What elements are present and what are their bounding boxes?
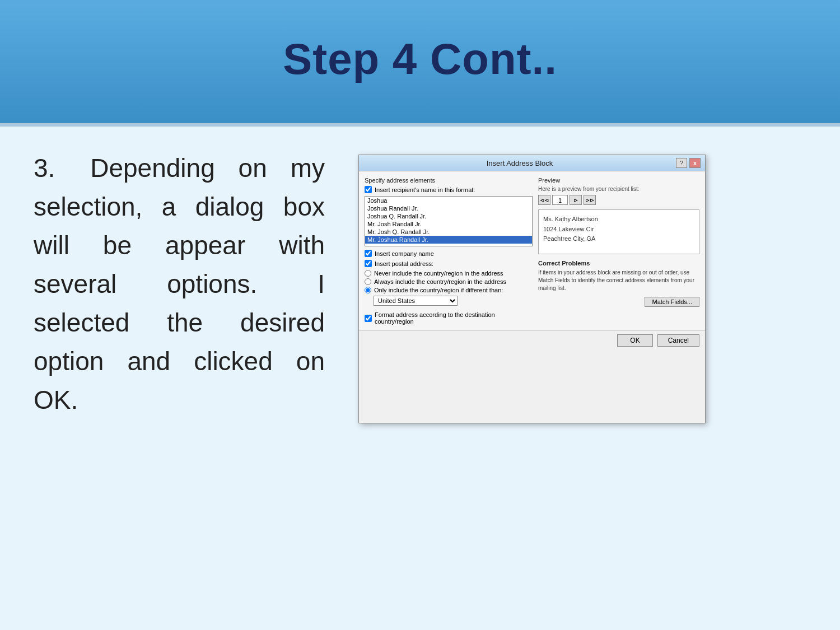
- list-item[interactable]: Joshua Randall Jr.: [365, 204, 532, 212]
- list-item[interactable]: Joshua Q. Randall Jr.: [365, 212, 532, 220]
- radio-always-input[interactable]: [365, 278, 371, 285]
- format-label: Format address according to the destinat…: [375, 311, 533, 325]
- header-band: Step 4 Cont..: [0, 0, 840, 123]
- nav-next-button[interactable]: ⊳: [570, 195, 582, 205]
- preview-sublabel: Here is a preview from your recipient li…: [538, 186, 699, 192]
- radio-always-label: Always include the country/region in the…: [374, 278, 506, 285]
- help-button[interactable]: ?: [676, 158, 687, 168]
- format-checkbox-row[interactable]: Format address according to the destinat…: [365, 311, 533, 325]
- insert-name-checkbox-row[interactable]: Insert recipient's name in this format:: [365, 186, 533, 193]
- insert-company-label: Insert company name: [375, 250, 434, 257]
- ok-button[interactable]: OK: [617, 334, 652, 347]
- insert-postal-checkbox[interactable]: [365, 260, 372, 267]
- correct-problems-label: Correct Problems: [538, 260, 699, 267]
- correct-problems-text: If items in your address block are missi…: [538, 269, 699, 292]
- preview-label: Preview: [538, 177, 699, 184]
- radio-only[interactable]: Only include the country/region if diffe…: [365, 287, 533, 293]
- format-checkbox[interactable]: [365, 315, 372, 322]
- dialog-right-panel: Preview Here is a preview from your reci…: [538, 177, 699, 325]
- nav-number: 1: [552, 195, 568, 205]
- dialog-titlebar: Insert Address Block ? x: [359, 155, 705, 171]
- main-content: 3. Depending on my selection, a dialog b…: [0, 127, 840, 630]
- left-text-block: 3. Depending on my selection, a dialog b…: [34, 149, 325, 608]
- list-item[interactable]: Mr. Josh Q. Randall Jr.: [365, 228, 532, 236]
- radio-always[interactable]: Always include the country/region in the…: [365, 278, 533, 285]
- cancel-button[interactable]: Cancel: [657, 334, 699, 347]
- radio-never[interactable]: Never include the country/region in the …: [365, 270, 533, 277]
- insert-address-block-dialog: Insert Address Block ? x Specify address…: [358, 155, 706, 423]
- list-item-selected[interactable]: Mr. Joshua Randall Jr.: [365, 236, 532, 244]
- insert-company-checkbox[interactable]: [365, 250, 372, 257]
- list-item[interactable]: Mr. Josh Randall Jr.: [365, 220, 532, 228]
- page-title: Step 4 Cont..: [283, 34, 557, 85]
- dialog-title-buttons[interactable]: ? x: [676, 158, 701, 168]
- match-fields-button[interactable]: Match Fields...: [645, 297, 699, 307]
- list-item[interactable]: Joshua: [365, 197, 532, 204]
- dialog-title-text: Insert Address Block: [363, 159, 676, 167]
- name-format-listbox[interactable]: Joshua Joshua Randall Jr. Joshua Q. Rand…: [365, 196, 533, 246]
- radio-only-label: Only include the country/region if diffe…: [374, 287, 503, 293]
- country-select[interactable]: United States: [374, 296, 458, 306]
- insert-name-checkbox[interactable]: [365, 186, 372, 193]
- step-number: 3.: [34, 153, 55, 183]
- dialog-wrapper: Insert Address Block ? x Specify address…: [358, 149, 806, 608]
- radio-only-input[interactable]: [365, 287, 371, 293]
- preview-line-2: 1024 Lakeview Cir: [543, 225, 694, 235]
- specify-address-label: Specify address elements: [365, 177, 533, 184]
- preview-line-1: Ms. Kathy Albertson: [543, 214, 694, 225]
- nav-first-button[interactable]: ⊲⊲: [538, 195, 550, 205]
- close-button[interactable]: x: [689, 158, 701, 168]
- preview-line-3: Peachtree City, GA: [543, 234, 694, 244]
- nav-last-button[interactable]: ⊳⊳: [584, 195, 596, 205]
- dialog-left-panel: Specify address elements Insert recipien…: [365, 177, 533, 325]
- country-radio-group: Never include the country/region in the …: [365, 270, 533, 293]
- radio-never-input[interactable]: [365, 270, 371, 277]
- insert-postal-label: Insert postal address:: [375, 260, 433, 267]
- address-preview-box: Ms. Kathy Albertson 1024 Lakeview Cir Pe…: [538, 209, 699, 254]
- insert-company-checkbox-row[interactable]: Insert company name: [365, 250, 533, 257]
- dialog-footer: OK Cancel: [359, 330, 705, 350]
- dialog-body: Specify address elements Insert recipien…: [359, 171, 705, 330]
- preview-navigation[interactable]: ⊲⊲ 1 ⊳ ⊳⊳: [538, 195, 699, 205]
- insert-name-label: Insert recipient's name in this format:: [375, 186, 475, 193]
- radio-never-label: Never include the country/region in the …: [374, 270, 503, 277]
- insert-postal-checkbox-row[interactable]: Insert postal address:: [365, 260, 533, 267]
